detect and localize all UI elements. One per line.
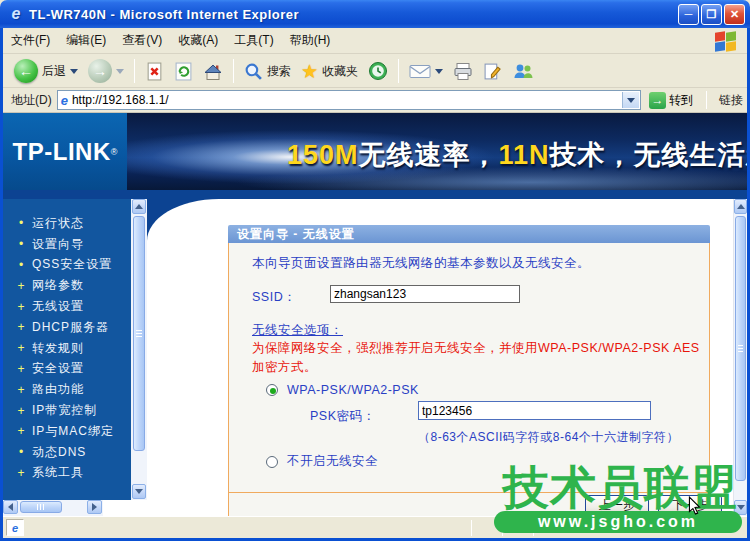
stop-button[interactable] [140,60,169,83]
psk-hint-text: （8-63个ASCII码字符或8-64个十六进制字符） [418,429,679,446]
radio-wpa-label: WPA-PSK/WPA2-PSK [287,383,419,397]
nav-sidebar: •运行状态 •设置向导 •QSS安全设置 +网络参数 +无线设置 +DHCP服务… [3,199,131,500]
sidebar-item-label: 无线设置 [32,298,84,315]
promo-banner: 150M无线速率，11N技术，无线生活新选择 [127,113,747,190]
psk-password-input[interactable] [418,401,651,420]
bullet-icon: • [15,238,27,250]
menu-edit[interactable]: 编辑(E) [66,32,106,49]
wizard-intro-text: 本向导页面设置路由器无线网络的基本参数以及无线安全。 [252,255,590,272]
sidebar-item-wireless-settings[interactable]: +无线设置 [3,296,131,317]
sidebar-item-forwarding-rules[interactable]: +转发规则 [3,338,131,359]
page-ie-icon: e [61,93,68,108]
menu-bar: 文件(F) 编辑(E) 查看(V) 收藏(A) 工具(T) 帮助(H) [3,28,747,54]
print-button[interactable] [448,60,478,83]
ssid-label: SSID： [252,289,296,306]
edit-button[interactable] [478,60,507,83]
sidebar-vertical-scrollbar[interactable] [131,199,147,500]
search-button[interactable]: 搜索 [239,60,296,83]
sidebar-item-label: IP与MAC绑定 [32,423,114,440]
scroll-up-button[interactable] [132,199,146,214]
sidebar-item-routing-function[interactable]: +路由功能 [3,379,131,400]
scroll-left-button[interactable] [3,500,18,514]
bullet-icon: • [15,217,27,229]
scroll-thumb[interactable] [133,216,145,451]
plus-icon: + [15,301,27,313]
sidebar-item-running-status[interactable]: •运行状态 [3,213,131,234]
tplink-logo: TP-LINK® [3,113,127,190]
plus-icon: + [15,425,27,437]
address-input[interactable]: e http://192.168.1.1/ [57,90,641,110]
forward-icon: → [88,59,112,83]
toolbar-separator [134,59,135,83]
scroll-thumb[interactable] [20,501,62,513]
sidebar-item-ip-bandwidth-control[interactable]: +IP带宽控制 [3,400,131,421]
mouse-cursor [688,496,702,516]
refresh-icon [174,62,193,81]
maximize-button[interactable]: ❐ [701,4,722,25]
favorites-star-icon: ★ [301,62,318,81]
sidebar-item-ip-mac-binding[interactable]: +IP与MAC绑定 [3,421,131,442]
menu-file[interactable]: 文件(F) [11,32,50,49]
sidebar-item-system-tools[interactable]: +系统工具 [3,463,131,484]
standard-toolbar: ← 后退 → 搜索 ★ 收藏夹 [3,55,747,88]
sidebar-item-label: 设置向导 [32,236,84,253]
sidebar-item-label: 系统工具 [32,464,84,481]
sidebar-item-setup-wizard[interactable]: •设置向导 [3,234,131,255]
document-icon: e [6,519,24,536]
plus-icon: + [15,384,27,396]
promo-banner-text: 150M无线速率，11N技术，无线生活新选择 [287,137,747,173]
forward-button[interactable]: → [83,57,129,85]
minimize-button[interactable]: ─ [678,4,699,25]
sidebar-item-dhcp-server[interactable]: +DHCP服务器 [3,317,131,338]
plus-icon: + [15,467,27,479]
sidebar-horizontal-scrollbar[interactable] [3,500,103,516]
address-dropdown-button[interactable] [622,92,639,108]
history-button[interactable] [363,59,393,83]
sidebar-item-dynamic-dns[interactable]: •动态DNS [3,442,131,463]
scroll-thumb[interactable] [735,216,746,481]
security-warning-text: 为保障网络安全，强烈推荐开启无线安全，并使用WPA-PSK/WPA2-PSK A… [252,339,710,377]
bullet-icon: • [15,446,27,458]
refresh-button[interactable] [169,60,198,83]
sidebar-item-qss-security[interactable]: •QSS安全设置 [3,255,131,276]
menu-help[interactable]: 帮助(H) [290,32,331,49]
menu-view[interactable]: 查看(V) [122,32,162,49]
sidebar-item-label: IP带宽控制 [32,402,97,419]
back-button[interactable]: ← 后退 [9,57,83,85]
radio-button-unselected[interactable] [266,456,278,468]
sidebar-frame: •运行状态 •设置向导 •QSS安全设置 +网络参数 +无线设置 +DHCP服务… [3,199,147,516]
radio-option-no-security[interactable]: 不开启无线安全 [266,453,378,470]
sidebar-item-network-params[interactable]: +网络参数 [3,275,131,296]
sidebar-item-label: 转发规则 [32,340,84,357]
banner-seg1: 无线速率， [359,140,499,170]
sidebar-item-security-settings[interactable]: +安全设置 [3,359,131,380]
toolbar-separator [233,59,234,83]
home-button[interactable] [198,60,228,83]
go-button[interactable]: → 转到 [646,92,696,109]
ssid-input[interactable] [330,285,520,303]
favorites-button[interactable]: ★ 收藏夹 [296,60,363,83]
print-icon [453,62,473,81]
scroll-down-button[interactable] [132,484,146,499]
forward-dropdown-icon[interactable] [116,69,124,78]
plus-icon: + [15,342,27,354]
scroll-up-button[interactable] [734,199,747,214]
psk-password-label: PSK密码： [310,408,376,425]
radio-option-wpa[interactable]: WPA-PSK/WPA2-PSK [266,383,419,397]
menu-favorites[interactable]: 收藏(A) [178,32,218,49]
messenger-button[interactable] [507,60,539,82]
search-icon [244,62,263,81]
banner-seg2: 技术，无线生活新选择 [550,140,747,170]
mail-button[interactable] [404,61,448,82]
menu-tools[interactable]: 工具(T) [234,32,273,49]
back-dropdown-icon[interactable] [70,69,78,78]
mail-dropdown-icon[interactable] [435,69,443,78]
messenger-icon [512,62,534,80]
scroll-right-button[interactable] [87,500,102,514]
sidebar-item-label: 安全设置 [32,360,84,377]
links-label[interactable]: 链接 [719,92,743,109]
sidebar-item-label: 动态DNS [32,444,86,461]
radio-button-selected[interactable] [266,384,278,396]
close-button[interactable]: ✕ [724,4,745,25]
banner-bottom-strip [3,190,747,199]
